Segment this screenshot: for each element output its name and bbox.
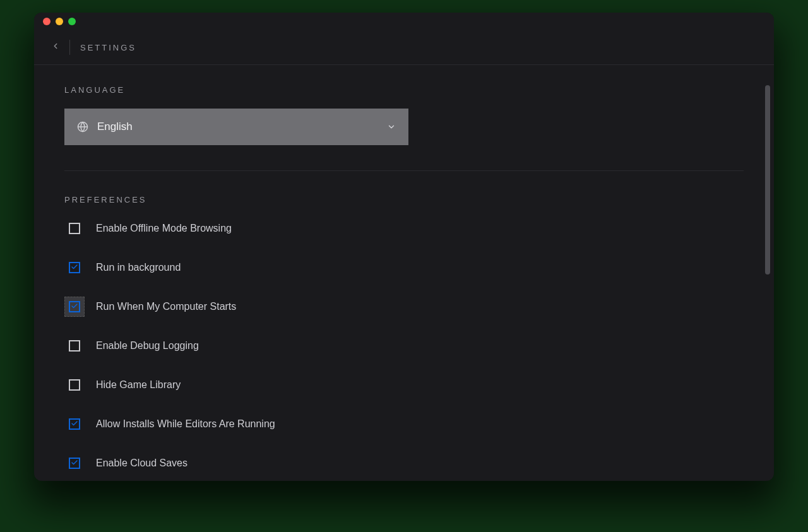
section-divider — [64, 170, 744, 171]
preference-label: Enable Debug Logging — [96, 340, 199, 352]
page-title: SETTINGS — [80, 43, 136, 52]
checkbox-box — [69, 262, 80, 273]
checkbox-box — [69, 458, 80, 469]
preference-label: Run When My Computer Starts — [96, 301, 236, 312]
preference-checkbox[interactable] — [64, 453, 85, 473]
back-button[interactable] — [45, 37, 66, 57]
window-zoom-button[interactable] — [68, 18, 76, 25]
window-close-button[interactable] — [43, 18, 50, 25]
preference-checkbox[interactable] — [64, 336, 85, 356]
preference-label: Allow Installs While Editors Are Running — [96, 418, 275, 430]
header-divider — [69, 40, 70, 55]
preference-row[interactable]: Allow Installs While Editors Are Running — [64, 414, 744, 434]
page-header: SETTINGS — [34, 30, 774, 65]
language-section-heading: LANGUAGE — [64, 85, 744, 95]
window-minimize-button[interactable] — [56, 18, 63, 25]
check-icon — [71, 301, 78, 312]
check-icon — [71, 458, 78, 469]
preference-row[interactable]: Run in background — [64, 257, 744, 278]
check-icon — [71, 262, 78, 273]
language-dropdown[interactable]: English — [64, 109, 408, 145]
preference-checkbox[interactable] — [64, 375, 85, 395]
preference-label: Enable Cloud Saves — [96, 458, 187, 469]
app-window: SETTINGS LANGUAGE English PREFERENCES — [34, 13, 774, 481]
preference-row[interactable]: Enable Debug Logging — [64, 336, 744, 356]
chevron-down-icon — [387, 122, 396, 131]
preference-row[interactable]: Run When My Computer Starts — [64, 297, 744, 317]
checkbox-box — [69, 379, 80, 391]
checkbox-box — [69, 301, 80, 312]
preference-checkbox[interactable] — [64, 257, 85, 278]
preference-row[interactable]: Enable Cloud Saves — [64, 453, 744, 473]
scrollbar-track[interactable] — [765, 85, 770, 477]
chevron-left-icon — [51, 42, 60, 53]
preference-label: Run in background — [96, 262, 181, 273]
checkbox-box — [69, 418, 80, 430]
settings-content: LANGUAGE English PREFERENCES Enable Offl… — [34, 65, 774, 481]
checkbox-box — [69, 340, 80, 352]
checkbox-box — [69, 223, 80, 234]
language-dropdown-value: English — [97, 121, 387, 133]
preferences-section-heading: PREFERENCES — [64, 195, 744, 204]
preference-row[interactable]: Enable Offline Mode Browsing — [64, 218, 744, 239]
preference-checkbox[interactable] — [64, 218, 85, 239]
mac-titlebar — [34, 13, 774, 30]
scrollbar-thumb[interactable] — [765, 85, 770, 275]
preferences-list: Enable Offline Mode BrowsingRun in backg… — [64, 218, 744, 473]
globe-icon — [77, 121, 88, 133]
preference-row[interactable]: Hide Game Library — [64, 375, 744, 395]
preference-label: Enable Offline Mode Browsing — [96, 223, 232, 234]
preference-label: Hide Game Library — [96, 379, 181, 391]
preference-checkbox[interactable] — [64, 414, 85, 434]
preference-checkbox[interactable] — [64, 297, 85, 317]
check-icon — [71, 418, 78, 430]
